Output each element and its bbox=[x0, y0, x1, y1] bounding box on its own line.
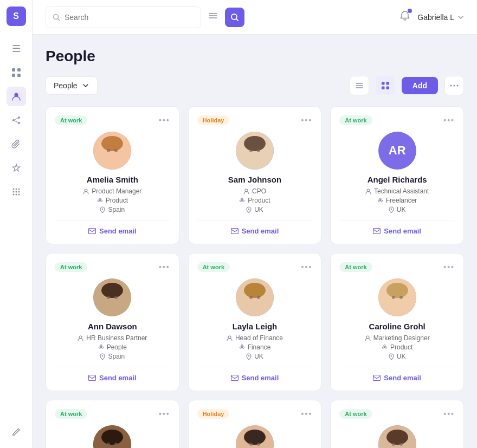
svg-point-80 bbox=[101, 347, 103, 348]
svg-point-84 bbox=[102, 355, 104, 357]
person-location: Spain bbox=[108, 206, 125, 213]
card-menu-button[interactable]: ••• bbox=[301, 410, 313, 418]
list-view-button[interactable] bbox=[350, 76, 369, 95]
sidebar-item-attachments[interactable] bbox=[7, 134, 26, 154]
card-menu-button[interactable]: ••• bbox=[159, 263, 170, 271]
location-row: Spain bbox=[100, 353, 125, 360]
svg-point-33 bbox=[450, 85, 452, 87]
department-row: Product bbox=[239, 197, 270, 204]
card-header: At work ••• bbox=[55, 115, 170, 125]
person-info: Marketing Designer Product UK bbox=[365, 334, 430, 360]
card-header: Holiday ••• bbox=[197, 409, 313, 419]
svg-point-11 bbox=[15, 189, 17, 190]
send-email-button[interactable]: Send email bbox=[55, 367, 170, 382]
svg-point-144 bbox=[386, 430, 408, 445]
person-info: HR Business Partner People Spain bbox=[78, 334, 147, 360]
filter-icon[interactable] bbox=[208, 10, 218, 24]
header: Gabriella L bbox=[33, 0, 477, 35]
svg-point-117 bbox=[107, 443, 110, 446]
search-button[interactable] bbox=[225, 8, 244, 27]
location-icon bbox=[246, 206, 252, 213]
send-email-button[interactable]: Send email bbox=[55, 220, 170, 235]
send-email-button[interactable]: Send email bbox=[197, 220, 313, 235]
person-role: CPO bbox=[252, 187, 266, 195]
svg-point-6 bbox=[12, 119, 15, 121]
more-options-button[interactable] bbox=[444, 76, 464, 95]
notification-bell[interactable] bbox=[399, 10, 411, 24]
svg-point-45 bbox=[99, 198, 101, 199]
svg-point-75 bbox=[107, 296, 110, 299]
svg-point-132 bbox=[257, 443, 260, 446]
search-input[interactable] bbox=[65, 13, 194, 22]
sidebar-item-edit[interactable] bbox=[7, 422, 26, 441]
card-header: At work ••• bbox=[55, 409, 170, 419]
avatar-initials: AR bbox=[389, 144, 406, 158]
sidebar-item-share[interactable] bbox=[7, 111, 26, 130]
sidebar-item-apps[interactable] bbox=[7, 182, 26, 202]
send-email-button[interactable]: Send email bbox=[339, 367, 455, 382]
app-logo[interactable]: S bbox=[7, 7, 26, 26]
person-department: Product bbox=[390, 343, 412, 351]
department-row: Finance bbox=[239, 343, 271, 351]
person-role: Marketing Designer bbox=[373, 334, 430, 342]
card-menu-button[interactable]: ••• bbox=[301, 263, 313, 271]
svg-rect-30 bbox=[386, 82, 389, 85]
sidebar-item-grid[interactable] bbox=[7, 63, 26, 82]
svg-point-130 bbox=[244, 430, 266, 445]
svg-point-53 bbox=[249, 149, 253, 152]
avatar-image bbox=[93, 278, 131, 316]
svg-point-108 bbox=[385, 347, 386, 348]
svg-point-44 bbox=[100, 200, 102, 202]
person-card: At work ••• Frank Fox Finance Manager bbox=[46, 400, 179, 448]
svg-rect-0 bbox=[12, 68, 15, 72]
grid-view-button[interactable] bbox=[376, 76, 395, 95]
svg-point-145 bbox=[392, 443, 395, 446]
email-icon bbox=[88, 228, 96, 234]
svg-point-93 bbox=[240, 347, 241, 348]
person-name: Ann Dawson bbox=[88, 322, 137, 331]
svg-point-55 bbox=[243, 155, 267, 168]
role-row: Technical Assistant bbox=[365, 187, 429, 195]
person-department: Product bbox=[106, 197, 128, 204]
avatar bbox=[93, 278, 131, 316]
avatar-image bbox=[93, 132, 131, 170]
card-menu-button[interactable]: ••• bbox=[159, 116, 170, 125]
role-row: CPO bbox=[243, 187, 266, 195]
sidebar-item-people[interactable] bbox=[7, 87, 26, 106]
card-menu-button[interactable]: ••• bbox=[443, 116, 455, 125]
svg-point-17 bbox=[15, 194, 17, 196]
sidebar-item-menu[interactable]: ☰ bbox=[7, 39, 26, 59]
sidebar-item-alerts[interactable] bbox=[7, 158, 26, 178]
person-card: At work ••• Layla Leigh Head of Finance bbox=[188, 253, 322, 391]
svg-point-59 bbox=[241, 198, 243, 199]
people-dropdown[interactable]: People bbox=[46, 76, 98, 95]
send-email-button[interactable]: Send email bbox=[197, 367, 313, 382]
svg-rect-99 bbox=[231, 375, 238, 381]
search-icon bbox=[53, 14, 60, 21]
person-name: Layla Leigh bbox=[233, 322, 278, 331]
person-role: HR Business Partner bbox=[86, 334, 147, 342]
svg-point-94 bbox=[242, 347, 244, 348]
svg-point-107 bbox=[382, 347, 384, 348]
svg-point-48 bbox=[102, 209, 104, 210]
send-email-button[interactable]: Send email bbox=[339, 220, 455, 235]
location-row: UK bbox=[246, 206, 263, 213]
role-row: Product Manager bbox=[83, 187, 141, 195]
add-button[interactable]: Add bbox=[402, 77, 438, 94]
svg-line-9 bbox=[15, 121, 18, 122]
location-icon bbox=[389, 206, 394, 213]
user-menu[interactable]: Gabriella L bbox=[417, 13, 464, 22]
svg-point-62 bbox=[248, 209, 250, 210]
svg-point-40 bbox=[114, 149, 118, 152]
svg-point-91 bbox=[243, 302, 267, 315]
card-header: At work ••• bbox=[55, 262, 170, 272]
card-menu-button[interactable]: ••• bbox=[443, 263, 455, 271]
svg-rect-3 bbox=[17, 74, 21, 77]
svg-point-18 bbox=[18, 194, 20, 196]
card-header: At work ••• bbox=[197, 262, 313, 272]
location-icon bbox=[100, 206, 105, 213]
card-menu-button[interactable]: ••• bbox=[159, 410, 170, 418]
card-menu-button[interactable]: ••• bbox=[301, 116, 313, 125]
card-menu-button[interactable]: ••• bbox=[443, 410, 455, 418]
svg-line-20 bbox=[58, 18, 60, 21]
